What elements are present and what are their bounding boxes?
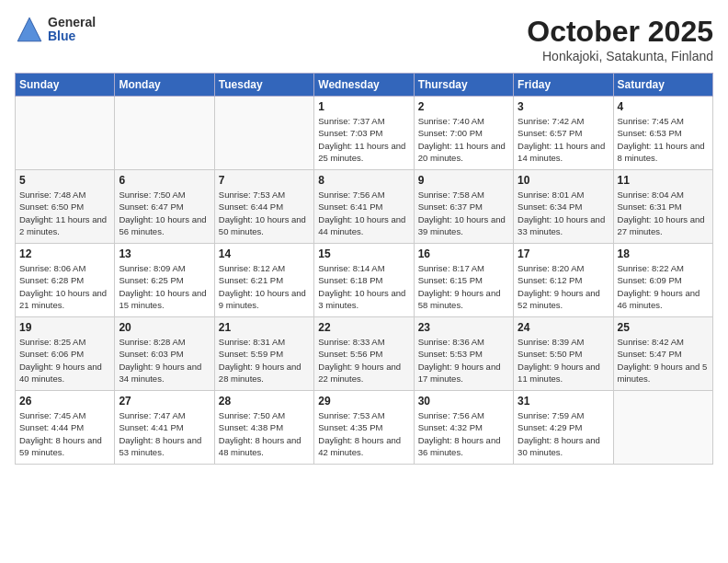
calendar-day-cell: 17 Sunrise: 8:20 AM Sunset: 6:12 PM Dayl… (514, 244, 613, 317)
daylight-text: Daylight: 10 hours and 15 minutes. (119, 288, 206, 310)
day-number: 26 (19, 395, 110, 408)
day-info: Sunrise: 7:42 AM Sunset: 6:57 PM Dayligh… (518, 115, 609, 164)
daylight-text: Daylight: 10 hours and 27 minutes. (618, 214, 705, 236)
sunrise-text: Sunrise: 8:06 AM (19, 263, 85, 273)
calendar-day-cell (613, 391, 712, 465)
sunset-text: Sunset: 4:29 PM (518, 422, 582, 432)
sunrise-text: Sunrise: 7:50 AM (119, 190, 185, 200)
day-number: 15 (318, 247, 409, 260)
sunrise-text: Sunrise: 7:59 AM (518, 410, 584, 420)
day-of-week-header: Sunday (16, 74, 115, 97)
calendar-week-row: 5 Sunrise: 7:48 AM Sunset: 6:50 PM Dayli… (16, 170, 713, 244)
day-number: 23 (418, 321, 509, 334)
sunrise-text: Sunrise: 8:09 AM (119, 263, 185, 273)
sunset-text: Sunset: 4:38 PM (219, 422, 283, 432)
calendar-day-cell: 20 Sunrise: 8:28 AM Sunset: 6:03 PM Dayl… (115, 317, 214, 391)
calendar-week-row: 12 Sunrise: 8:06 AM Sunset: 6:28 PM Dayl… (16, 244, 713, 317)
sunset-text: Sunset: 6:34 PM (518, 201, 582, 212)
calendar-day-cell: 7 Sunrise: 7:53 AM Sunset: 6:44 PM Dayli… (214, 170, 313, 244)
day-number: 5 (19, 174, 110, 187)
calendar-day-cell: 25 Sunrise: 8:42 AM Sunset: 5:47 PM Dayl… (613, 317, 712, 391)
day-number: 24 (518, 321, 609, 334)
daylight-text: Daylight: 10 hours and 3 minutes. (318, 288, 405, 310)
day-number: 16 (418, 247, 509, 260)
daylight-text: Daylight: 10 hours and 44 minutes. (318, 214, 405, 236)
calendar-day-cell: 22 Sunrise: 8:33 AM Sunset: 5:56 PM Dayl… (314, 317, 414, 391)
calendar-day-cell (115, 97, 214, 170)
day-of-week-header: Friday (514, 74, 613, 97)
day-number: 18 (618, 247, 709, 260)
day-info: Sunrise: 8:39 AM Sunset: 5:50 PM Dayligh… (518, 336, 609, 385)
day-number: 10 (518, 174, 609, 187)
calendar-day-cell: 23 Sunrise: 8:36 AM Sunset: 5:53 PM Dayl… (414, 317, 513, 391)
day-info: Sunrise: 7:53 AM Sunset: 6:44 PM Dayligh… (219, 189, 310, 237)
calendar-week-row: 26 Sunrise: 7:45 AM Sunset: 4:44 PM Dayl… (16, 391, 713, 465)
sunset-text: Sunset: 6:21 PM (219, 275, 283, 285)
daylight-text: Daylight: 9 hours and 40 minutes. (19, 362, 102, 384)
daylight-text: Daylight: 10 hours and 50 minutes. (219, 214, 306, 236)
daylight-text: Daylight: 9 hours and 46 minutes. (618, 288, 700, 310)
daylight-text: Daylight: 9 hours and 22 minutes. (318, 362, 401, 384)
calendar-day-cell: 26 Sunrise: 7:45 AM Sunset: 4:44 PM Dayl… (16, 391, 115, 465)
day-number: 28 (219, 395, 310, 408)
day-number: 21 (219, 321, 310, 334)
calendar-day-cell: 3 Sunrise: 7:42 AM Sunset: 6:57 PM Dayli… (514, 97, 613, 170)
day-number: 13 (119, 247, 210, 260)
calendar-day-cell: 29 Sunrise: 7:53 AM Sunset: 4:35 PM Dayl… (314, 391, 414, 465)
daylight-text: Daylight: 10 hours and 33 minutes. (518, 214, 605, 236)
calendar-day-cell: 30 Sunrise: 7:56 AM Sunset: 4:32 PM Dayl… (414, 391, 513, 465)
daylight-text: Daylight: 8 hours and 59 minutes. (19, 435, 102, 457)
daylight-text: Daylight: 9 hours and 17 minutes. (418, 362, 501, 384)
daylight-text: Daylight: 8 hours and 48 minutes. (219, 435, 301, 457)
sunrise-text: Sunrise: 7:45 AM (618, 116, 684, 126)
calendar-day-cell: 14 Sunrise: 8:12 AM Sunset: 6:21 PM Dayl… (214, 244, 313, 317)
sunset-text: Sunset: 6:44 PM (219, 201, 283, 212)
sunrise-text: Sunrise: 7:53 AM (219, 190, 285, 200)
sunrise-text: Sunrise: 7:56 AM (418, 410, 484, 420)
calendar-day-cell: 2 Sunrise: 7:40 AM Sunset: 7:00 PM Dayli… (414, 97, 513, 170)
day-info: Sunrise: 8:20 AM Sunset: 6:12 PM Dayligh… (518, 262, 609, 311)
day-info: Sunrise: 7:56 AM Sunset: 6:41 PM Dayligh… (318, 189, 409, 237)
calendar-day-cell (16, 97, 115, 170)
sunrise-text: Sunrise: 7:45 AM (19, 410, 85, 420)
day-number: 20 (119, 321, 210, 334)
sunset-text: Sunset: 7:03 PM (318, 128, 382, 138)
sunrise-text: Sunrise: 8:33 AM (318, 337, 384, 347)
day-of-week-header: Monday (115, 74, 214, 97)
day-number: 29 (318, 395, 409, 408)
day-number: 9 (418, 174, 509, 187)
sunrise-text: Sunrise: 8:04 AM (618, 190, 684, 200)
logo: General Blue (15, 15, 96, 44)
day-number: 4 (618, 100, 709, 113)
day-number: 1 (318, 100, 409, 113)
calendar-week-row: 1 Sunrise: 7:37 AM Sunset: 7:03 PM Dayli… (16, 97, 713, 170)
sunrise-text: Sunrise: 8:36 AM (418, 337, 484, 347)
daylight-text: Daylight: 11 hours and 8 minutes. (618, 141, 705, 163)
day-info: Sunrise: 7:50 AM Sunset: 6:47 PM Dayligh… (119, 189, 210, 237)
day-of-week-header: Saturday (613, 74, 712, 97)
day-number: 31 (518, 395, 609, 408)
logo-general-text: General (48, 16, 96, 29)
day-of-week-header: Tuesday (214, 74, 313, 97)
sunrise-text: Sunrise: 8:31 AM (219, 337, 285, 347)
sunrise-text: Sunrise: 8:14 AM (318, 263, 384, 273)
sunrise-text: Sunrise: 8:01 AM (518, 190, 584, 200)
sunset-text: Sunset: 4:35 PM (318, 422, 382, 432)
calendar-day-cell: 12 Sunrise: 8:06 AM Sunset: 6:28 PM Dayl… (16, 244, 115, 317)
day-info: Sunrise: 8:25 AM Sunset: 6:06 PM Dayligh… (19, 336, 110, 385)
sunrise-text: Sunrise: 8:20 AM (518, 263, 584, 273)
day-number: 6 (119, 174, 210, 187)
sunset-text: Sunset: 6:25 PM (119, 275, 183, 285)
day-number: 3 (518, 100, 609, 113)
sunrise-text: Sunrise: 7:42 AM (518, 116, 584, 126)
month-title: October 2025 (527, 15, 713, 49)
calendar-day-cell: 18 Sunrise: 8:22 AM Sunset: 6:09 PM Dayl… (613, 244, 712, 317)
day-info: Sunrise: 7:37 AM Sunset: 7:03 PM Dayligh… (318, 115, 409, 164)
day-info: Sunrise: 8:17 AM Sunset: 6:15 PM Dayligh… (418, 262, 509, 311)
day-number: 8 (318, 174, 409, 187)
daylight-text: Daylight: 9 hours and 34 minutes. (119, 362, 201, 384)
title-area: October 2025 Honkajoki, Satakunta, Finla… (527, 15, 713, 63)
day-number: 17 (518, 247, 609, 260)
calendar-day-cell: 21 Sunrise: 8:31 AM Sunset: 5:59 PM Dayl… (214, 317, 313, 391)
sunset-text: Sunset: 6:41 PM (318, 201, 382, 212)
